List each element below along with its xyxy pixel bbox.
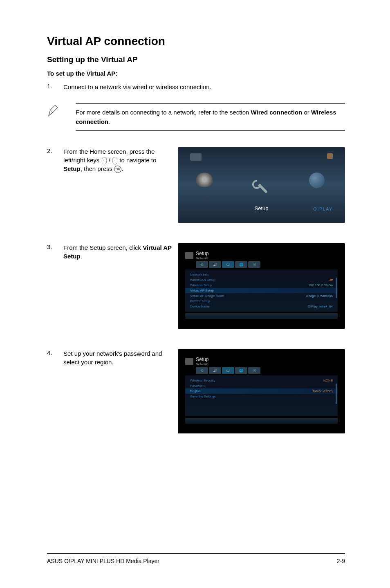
setup-row-value: O!Play_mini+_64	[308, 305, 333, 308]
tab-icon: 🔊	[209, 261, 221, 268]
step-4: 4. Set up your network's password and se…	[47, 349, 345, 433]
setup-row-value: NONE	[323, 379, 333, 382]
setup-row-label: Region	[190, 389, 200, 393]
step-number: 1.	[47, 83, 63, 91]
tab-icon: 🖵	[222, 261, 234, 268]
setup-row-value: Taiwan (ROC)	[312, 389, 333, 393]
fan-image-icon	[196, 173, 213, 187]
setup-title: Setup	[196, 357, 208, 362]
setup-row-label: Save the Settings	[190, 395, 216, 398]
setup-tabs: ⚙ 🔊 🖵 🌐 ⚒	[185, 367, 338, 374]
setup-menu-row: Device NameO!Play_mini+_64	[190, 304, 333, 309]
setup-row-label: Password	[190, 384, 204, 388]
step-number: 4.	[47, 349, 63, 366]
note-content: For more details on connecting to a netw…	[76, 103, 345, 131]
tab-icon: ⚙	[196, 367, 208, 374]
home-screenshot: Setup O!PLAY	[178, 147, 345, 223]
setup-row-label: PPPoE Setup	[190, 299, 210, 303]
brand-label: O!PLAY	[314, 207, 333, 211]
setup-menu-row: Wireless Setup192.168.2.38 On	[190, 283, 333, 288]
step-text: Set up your network's password and selec…	[63, 349, 178, 366]
section-subheading: To set up the Virtual AP:	[47, 70, 345, 77]
setup-row-value: Off	[328, 278, 333, 282]
setup-menu-row: PPPoE Setup	[190, 298, 333, 304]
section-subtitle: Setting up the Virtual AP	[47, 55, 345, 64]
setup-row-label: Wired LAN Setup	[190, 278, 215, 282]
setup-menu-row: Virtual AP Setup	[185, 288, 338, 293]
step-text: Connect to a network via wired or wirele…	[63, 83, 211, 91]
step-2: 2. From the Home screen, press the left/…	[47, 147, 345, 223]
setup-row-label: Virtual AP Bridge Mode	[190, 294, 224, 298]
step-1: 1. Connect to a network via wired or wir…	[47, 83, 345, 91]
setup-label: Setup	[255, 205, 269, 211]
setup-row-value: 192.168.2.38 On	[308, 283, 333, 287]
step-text: From the Home screen, press the left/rig…	[63, 147, 178, 173]
setup-title: Setup	[196, 251, 208, 256]
tab-icon: 🖵	[222, 367, 234, 374]
pencil-note-icon	[47, 103, 76, 119]
tab-icon: ⚒	[248, 261, 260, 268]
tab-icon: 🌐	[235, 261, 247, 268]
setup-row-label: Device Name	[190, 305, 210, 308]
setup-menu-row: Network Info	[190, 272, 333, 277]
note-block: For more details on connecting to a netw…	[47, 103, 345, 131]
step-3: 3. From the Setup screen, click Virtual …	[47, 243, 345, 329]
footer-right: 2-9	[337, 558, 345, 564]
globe-icon	[309, 173, 325, 188]
scrollbar-icon	[336, 384, 337, 404]
wrench-icon	[251, 179, 272, 200]
scrollbar-icon	[336, 278, 337, 298]
setup-tabs: ⚙ 🔊 🖵 🌐 ⚒	[185, 261, 338, 268]
tab-icon: 🔊	[209, 367, 221, 374]
setup-header-icon	[185, 358, 193, 365]
page-footer: ASUS O!PLAY MINI PLUS HD Media Player 2-…	[47, 553, 345, 564]
page-title: Virtual AP connection	[47, 35, 345, 48]
footer-left: ASUS O!PLAY MINI PLUS HD Media Player	[47, 558, 159, 564]
tab-icon: ⚙	[196, 261, 208, 268]
setup-menu-row: Wireless SecurityNONE	[190, 378, 333, 383]
tab-icon: 🌐	[235, 367, 247, 374]
setup-row-label: Virtual AP Setup	[190, 289, 214, 292]
setup-menu-row: Virtual AP Bridge ModeBridge to Wireless	[190, 293, 333, 298]
setup-menu-row: Wired LAN SetupOff	[190, 277, 333, 283]
nav-left-icon: ‹	[101, 157, 107, 164]
setup-row-label: Wireless Security	[190, 379, 215, 382]
step-number: 3.	[47, 243, 63, 260]
setup-menu-row: Save the Settings	[190, 394, 333, 399]
setup-menu-row: RegionTaiwan (ROC)	[185, 388, 338, 394]
setup-subtitle: Network	[196, 362, 208, 366]
setup-header-icon	[185, 252, 193, 259]
nav-right-icon: ›	[112, 157, 118, 164]
step-number: 2.	[47, 147, 63, 173]
setup-row-label: Network Info	[190, 273, 208, 276]
region-setup-screenshot: Setup Network ⚙ 🔊 🖵 🌐 ⚒ Wireless Securit…	[178, 349, 345, 433]
setup-row-value: Bridge to Wireless	[306, 294, 333, 298]
step-text: From the Setup screen, click Virtual AP …	[63, 243, 178, 260]
network-setup-screenshot: Setup Network ⚙ 🔊 🖵 🌐 ⚒ Network InfoWire…	[178, 243, 345, 329]
ok-button-icon: OK	[114, 166, 121, 173]
tab-icon: ⚒	[248, 367, 260, 374]
setup-menu-row: Password	[190, 383, 333, 388]
setup-subtitle: Network	[196, 256, 208, 260]
setup-row-label: Wireless Setup	[190, 283, 212, 287]
